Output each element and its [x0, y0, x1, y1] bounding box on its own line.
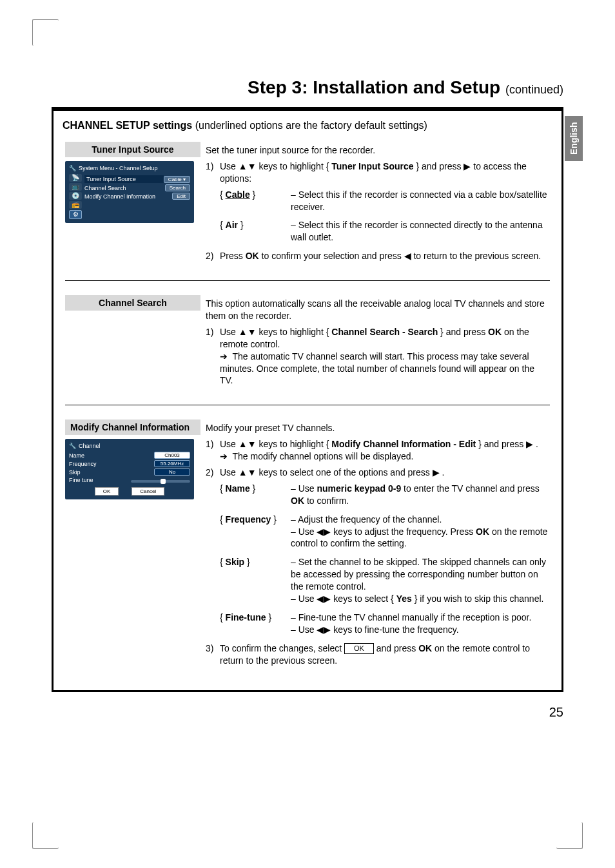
osd2-freq-val: 55.26MHz — [154, 460, 190, 467]
left-right-icon: ◀▶ — [317, 624, 331, 635]
modify-intro: Modify your preset TV channels. — [206, 422, 550, 434]
opt-frequency: { Frequency } — [220, 514, 291, 550]
modify-step1: Use ▲▼ keys to highlight { Modify Channe… — [220, 438, 550, 463]
step-number: 3) — [206, 642, 220, 667]
osd1-row2-val: Search — [165, 184, 190, 191]
inline-ok-button: OK — [344, 643, 374, 654]
modify-step2: Use ▲▼ keys to select one of the options… — [220, 467, 550, 479]
modify-step3: To confirm the changes, select OK and pr… — [220, 642, 550, 667]
gear-icon: ⚙ — [69, 210, 82, 219]
step-number: 1) — [206, 438, 220, 463]
search-arrow-text: The automatic TV channel search will sta… — [220, 351, 534, 386]
right-icon: ▶ — [526, 439, 533, 449]
osd2-skip-label: Skip — [69, 469, 154, 476]
right-icon: ▶ — [433, 467, 440, 477]
opt-finetune: { Fine-tune } — [220, 612, 291, 636]
tuner-intro: Set the tuner input source for the recor… — [206, 144, 550, 157]
osd2-fine-slider — [131, 480, 190, 483]
left-right-icon: ◀▶ — [317, 526, 331, 537]
disc-icon: 💿 — [69, 192, 82, 200]
box-heading: CHANNEL SETUP settings (underlined optio… — [63, 120, 552, 131]
osd2-freq-label: Frequency — [69, 461, 154, 467]
osd2-ok-button: OK — [95, 487, 119, 496]
page-number: 25 — [52, 705, 563, 720]
tuner-step2: Press OK to confirm your selection and p… — [220, 250, 550, 262]
osd2-name-val: Ch003 — [154, 452, 190, 459]
title-continued: (continued) — [505, 83, 563, 96]
up-down-icon: ▲▼ — [239, 161, 257, 171]
right-icon: ▶ — [464, 161, 471, 171]
title-text: Step 3: Installation and Setup — [248, 77, 500, 97]
page-title: Step 3: Installation and Setup (continue… — [52, 77, 563, 98]
modify-heading: Modify Channel Information — [65, 420, 200, 435]
up-down-icon: ▲▼ — [239, 467, 257, 477]
language-tab: English — [565, 116, 583, 161]
opt-frequency-desc: – Adjust the frequency of the channel. –… — [291, 514, 550, 550]
osd1-row3-label: Modify Channel Information — [84, 193, 172, 200]
opt-finetune-desc: – Fine-tune the TV channel manually if t… — [291, 612, 550, 636]
tuner-step1: Use ▲▼ keys to highlight { Tuner Input S… — [220, 160, 550, 185]
osd-iconbar: 📡 📺 💿 📻 ⚙ — [69, 174, 82, 219]
osd2-skip-val: No — [154, 468, 190, 476]
opt-air: { Air } — [220, 219, 291, 244]
sat-icon: 📡 — [69, 174, 82, 182]
step-number: 1) — [206, 326, 220, 387]
opt-name: { Name } — [220, 483, 291, 507]
osd2-title: Channel — [79, 443, 101, 449]
osd1-row1-val: Cable ▾ — [164, 176, 190, 183]
up-down-icon: ▲▼ — [239, 327, 257, 337]
step-number: 1) — [206, 160, 220, 185]
search-heading: Channel Search — [65, 295, 200, 311]
search-intro: This option automatically scans all the … — [206, 298, 550, 322]
osd-channel-edit: 🔧Channel NameCh003 Frequency55.26MHz Ski… — [65, 439, 194, 499]
opt-cable-desc: – Select this if the recorder is connect… — [291, 189, 550, 213]
tv-icon: 📺 — [69, 183, 82, 191]
search-step1: Use ▲▼ keys to highlight { Channel Searc… — [220, 326, 550, 387]
tuner-heading: Tuner Input Source — [65, 142, 200, 157]
step-number: 2) — [206, 467, 220, 479]
left-icon: ◀ — [404, 251, 411, 261]
wrench-icon: 🔧 — [69, 443, 76, 449]
up-down-icon: ▲▼ — [239, 439, 257, 449]
opt-skip-desc: – Set the channel to be skipped. The ski… — [291, 556, 550, 605]
box-heading-strong: CHANNEL SETUP settings — [63, 120, 192, 131]
osd2-fine-label: Fine tune — [69, 477, 128, 483]
modify-arrow-text: The modify channel options will be displ… — [233, 451, 414, 461]
opt-cable: { Cable } — [220, 189, 291, 213]
radio-icon: 📻 — [69, 201, 82, 209]
step-number: 2) — [206, 250, 220, 262]
wrench-icon: 🔧 — [69, 165, 76, 171]
osd1-title: System Menu - Channel Setup — [79, 165, 158, 171]
opt-air-desc: – Select this if the recorder is connect… — [291, 219, 550, 244]
left-right-icon: ◀▶ — [317, 593, 331, 604]
result-arrow-icon: ➔ — [220, 351, 228, 362]
osd1-row1-label: Tuner Input Source — [84, 175, 164, 183]
osd2-name-label: Name — [69, 452, 154, 459]
osd1-row2-label: Channel Search — [84, 185, 165, 191]
opt-skip: { Skip } — [220, 556, 291, 605]
osd1-row3-val: Edit — [172, 193, 190, 200]
opt-name-desc: – Use numeric keypad 0-9 to enter the TV… — [291, 483, 550, 507]
result-arrow-icon: ➔ — [220, 451, 228, 461]
box-heading-rest: (underlined options are the factory defa… — [192, 120, 427, 131]
osd2-cancel-button: Cancel — [132, 487, 164, 496]
content-box: CHANNEL SETUP settings (underlined optio… — [52, 107, 563, 692]
osd-channel-setup: 🔧System Menu - Channel Setup 📡 📺 💿 📻 ⚙ T… — [65, 161, 194, 223]
